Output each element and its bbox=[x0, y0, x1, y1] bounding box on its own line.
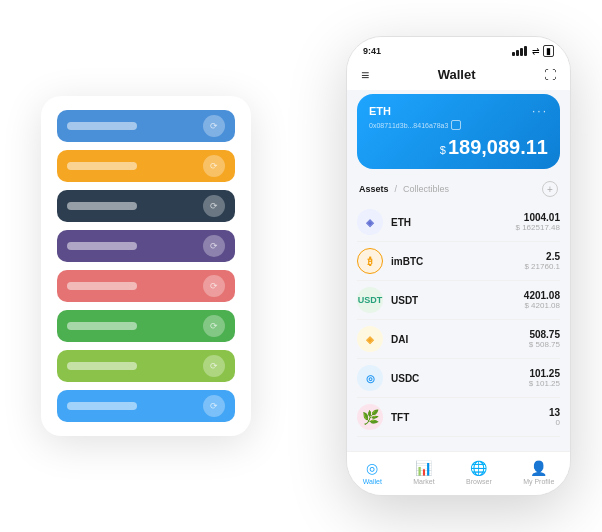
asset-item-imbtc[interactable]: ₿ imBTC 2.5 $ 21760.1 bbox=[357, 242, 560, 281]
usdt-logo: USDT bbox=[357, 287, 383, 313]
imbtc-usd: $ 21760.1 bbox=[524, 262, 560, 271]
asset-values-imbtc: 2.5 $ 21760.1 bbox=[524, 251, 560, 271]
swatch-blue[interactable]: ⟳ bbox=[57, 110, 235, 142]
asset-values-tft: 13 0 bbox=[549, 407, 560, 427]
phone-frame: 9:41 ⇌ ▮ ≡ Wallet ⛶ bbox=[346, 36, 571, 496]
eth-usd: $ 162517.48 bbox=[516, 223, 561, 232]
tft-logo: 🌿 bbox=[357, 404, 383, 430]
wallet-nav-icon: ◎ bbox=[366, 460, 378, 476]
asset-item-eth[interactable]: ◈ ETH 1004.01 $ 162517.48 bbox=[357, 203, 560, 242]
swatch-orange[interactable]: ⟳ bbox=[57, 150, 235, 182]
copy-address-icon[interactable] bbox=[451, 120, 461, 130]
nav-item-browser[interactable]: 🌐 Browser bbox=[466, 460, 492, 485]
dai-logo: ◈ bbox=[357, 326, 383, 352]
phone-header: ≡ Wallet ⛶ bbox=[347, 61, 570, 90]
expand-icon[interactable]: ⛶ bbox=[544, 68, 556, 82]
tft-usd: 0 bbox=[549, 418, 560, 427]
color-swatches-panel: ⟳ ⟳ ⟳ ⟳ ⟳ ⟳ ⟳ ⟳ bbox=[41, 96, 251, 436]
menu-icon[interactable]: ≡ bbox=[361, 68, 369, 82]
eth-card-options[interactable]: ··· bbox=[532, 104, 548, 118]
status-time: 9:41 bbox=[363, 46, 381, 56]
asset-name-dai: DAI bbox=[391, 334, 529, 345]
asset-item-tft[interactable]: 🌿 TFT 13 0 bbox=[357, 398, 560, 437]
profile-nav-icon: 👤 bbox=[530, 460, 547, 476]
asset-values-dai: 508.75 $ 508.75 bbox=[529, 329, 560, 349]
tft-amount: 13 bbox=[549, 407, 560, 418]
asset-item-dai[interactable]: ◈ DAI 508.75 $ 508.75 bbox=[357, 320, 560, 359]
asset-item-usdc[interactable]: ◎ USDC 101.25 $ 101.25 bbox=[357, 359, 560, 398]
asset-item-usdt[interactable]: USDT USDT 4201.08 $ 4201.08 bbox=[357, 281, 560, 320]
scene: ⟳ ⟳ ⟳ ⟳ ⟳ ⟳ ⟳ ⟳ bbox=[11, 11, 591, 521]
asset-name-eth: ETH bbox=[391, 217, 516, 228]
nav-item-profile[interactable]: 👤 My Profile bbox=[523, 460, 554, 485]
usdc-amount: 101.25 bbox=[529, 368, 560, 379]
swatch-purple[interactable]: ⟳ bbox=[57, 230, 235, 262]
status-icons: ⇌ ▮ bbox=[512, 45, 554, 57]
asset-name-tft: TFT bbox=[391, 412, 549, 423]
eth-card-amount: $189,089.11 bbox=[369, 136, 548, 159]
tab-assets[interactable]: Assets bbox=[359, 184, 389, 194]
swatch-blue2[interactable]: ⟳ bbox=[57, 390, 235, 422]
header-title: Wallet bbox=[438, 67, 476, 82]
eth-logo: ◈ bbox=[357, 209, 383, 235]
eth-amount: 1004.01 bbox=[516, 212, 561, 223]
asset-name-imbtc: imBTC bbox=[391, 256, 524, 267]
assets-header: Assets / Collectibles + bbox=[347, 177, 570, 203]
browser-nav-label: Browser bbox=[466, 478, 492, 485]
asset-list: ◈ ETH 1004.01 $ 162517.48 ₿ imBTC 2.5 $ … bbox=[347, 203, 570, 451]
nav-item-market[interactable]: 📊 Market bbox=[413, 460, 434, 485]
dai-usd: $ 508.75 bbox=[529, 340, 560, 349]
profile-nav-label: My Profile bbox=[523, 478, 554, 485]
swatch-red[interactable]: ⟳ bbox=[57, 270, 235, 302]
tab-collectibles[interactable]: Collectibles bbox=[403, 184, 449, 194]
bottom-nav: ◎ Wallet 📊 Market 🌐 Browser 👤 My Profile bbox=[347, 451, 570, 495]
usdc-logo: ◎ bbox=[357, 365, 383, 391]
asset-name-usdc: USDC bbox=[391, 373, 529, 384]
eth-card[interactable]: ETH ··· 0x08711d3b...8416a78a3 $189,089.… bbox=[357, 94, 560, 169]
tab-separator: / bbox=[395, 184, 398, 194]
status-bar: 9:41 ⇌ ▮ bbox=[347, 37, 570, 61]
wallet-nav-label: Wallet bbox=[363, 478, 382, 485]
usdc-usd: $ 101.25 bbox=[529, 379, 560, 388]
asset-values-usdt: 4201.08 $ 4201.08 bbox=[524, 290, 560, 310]
swatch-green[interactable]: ⟳ bbox=[57, 310, 235, 342]
usdt-usd: $ 4201.08 bbox=[524, 301, 560, 310]
add-asset-button[interactable]: + bbox=[542, 181, 558, 197]
browser-nav-icon: 🌐 bbox=[470, 460, 487, 476]
swatch-lightgreen[interactable]: ⟳ bbox=[57, 350, 235, 382]
swatch-dark[interactable]: ⟳ bbox=[57, 190, 235, 222]
asset-name-usdt: USDT bbox=[391, 295, 524, 306]
eth-card-title: ETH bbox=[369, 105, 391, 117]
market-nav-icon: 📊 bbox=[415, 460, 432, 476]
imbtc-amount: 2.5 bbox=[524, 251, 560, 262]
eth-card-address: 0x08711d3b...8416a78a3 bbox=[369, 120, 548, 130]
asset-values-usdc: 101.25 $ 101.25 bbox=[529, 368, 560, 388]
dai-amount: 508.75 bbox=[529, 329, 560, 340]
usdt-amount: 4201.08 bbox=[524, 290, 560, 301]
imbtc-logo: ₿ bbox=[357, 248, 383, 274]
asset-values-eth: 1004.01 $ 162517.48 bbox=[516, 212, 561, 232]
market-nav-label: Market bbox=[413, 478, 434, 485]
nav-item-wallet[interactable]: ◎ Wallet bbox=[363, 460, 382, 485]
